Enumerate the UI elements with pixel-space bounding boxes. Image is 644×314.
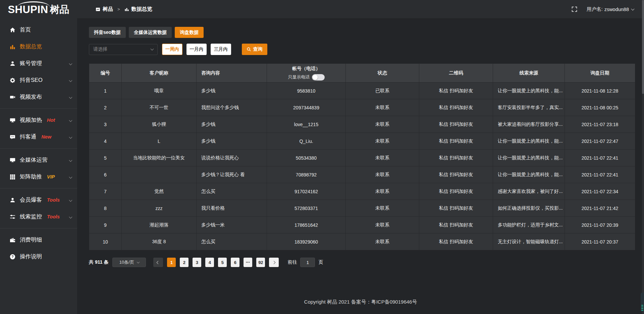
qrcode-link[interactable]: 私信 扫码加好友 <box>419 200 493 217</box>
customer-nickname: 36度 8 <box>122 233 197 250</box>
sidebar-item-video-publish[interactable]: 视频发布 <box>0 89 77 105</box>
period-button[interactable]: 一周内 <box>162 44 182 55</box>
sidebar-item-label: 会员爆客 <box>20 196 42 204</box>
sidebar-item-label: 全媒体运营 <box>20 156 48 164</box>
source-link[interactable]: 让你一眼就爱上的黑科技，能... <box>493 166 565 183</box>
column-header: 帐号（电话）只显示电话 <box>267 64 346 83</box>
sidebar-item-help[interactable]: ?操作说明 <box>0 248 77 265</box>
page-button-92[interactable]: 92 <box>256 258 265 267</box>
filter-select[interactable]: 请选择 <box>89 44 158 55</box>
customer-nickname: 狐小狸 <box>122 116 197 133</box>
topbar: 树品 > 数据总览 用户名: zswodun88 <box>77 0 644 19</box>
chevron-down-icon <box>631 7 635 10</box>
goto-label: 前往 <box>287 259 297 265</box>
source-link[interactable]: 如何正确选择投影仪，买投影... <box>493 200 565 217</box>
sidebar-item-video-heat[interactable]: 视频加热Hot <box>0 112 77 128</box>
search-icon <box>247 47 251 52</box>
qrcode-link[interactable]: 私信 扫码加好友 <box>419 217 493 233</box>
user-menu[interactable]: 用户名: zswodun88 <box>587 6 634 12</box>
sidebar-item-douyin-seo[interactable]: 抖音SEO <box>0 72 77 89</box>
fullscreen-icon[interactable] <box>572 6 577 12</box>
qrcode-link[interactable]: 私信 扫码加好友 <box>419 183 493 200</box>
page-size-select[interactable]: 10条/页 <box>112 258 146 267</box>
source-link[interactable]: 让你一眼就爱上的黑科技，能... <box>493 150 565 166</box>
row-index: 7 <box>89 183 122 200</box>
sidebar-item-douketong[interactable]: 抖客通New <box>0 128 77 145</box>
qrcode-link[interactable]: 私信 扫码加好友 <box>419 116 493 133</box>
sidebar-item-account-manage[interactable]: 账号管理 <box>0 55 77 72</box>
page-button-1[interactable]: 1 <box>167 258 176 267</box>
source-link[interactable]: 多功能护栏灯，适用于乡村文... <box>493 217 565 233</box>
chevron-down-icon <box>137 260 140 263</box>
inquiry-table: 编号客户昵称咨询内容帐号（电话）只显示电话状态二维码线索来源询盘日期 1哦章多少… <box>89 63 635 250</box>
period-button[interactable]: 一月内 <box>186 44 207 55</box>
source-link[interactable]: 感谢大家喜欢我家，被问了好... <box>493 183 565 200</box>
inquiry-date: 2021-11-07 20:39 <box>565 217 635 233</box>
breadcrumb-chart-icon <box>124 7 129 12</box>
period-button[interactable]: 三月内 <box>211 44 231 55</box>
account-number: 572803371 <box>267 200 346 217</box>
status-text: 未联系 <box>346 99 419 116</box>
sidebar-item-media-operation[interactable]: 全媒体运营 <box>0 152 77 168</box>
qrcode-link[interactable]: 私信 扫码加好友 <box>419 150 493 166</box>
table-row: 4L多少钱Q_Liu.未联系私信 扫码加好友让你一眼就爱上的黑科技，能...20… <box>89 133 635 150</box>
page-button-3[interactable]: 3 <box>193 258 201 267</box>
inquiry-content: 多少钱一米 <box>197 217 267 233</box>
svg-text:?: ? <box>11 255 13 259</box>
sidebar: SHUPIN 树品 首页数据总览账号管理抖音SEO视频发布视频加热Hot抖客通N… <box>0 0 77 314</box>
inquiry-content: 多少钱 <box>197 133 267 150</box>
sidebar-item-consume-detail[interactable]: 消费明细 <box>0 231 77 248</box>
period-buttons: 一周内一月内三月内 <box>162 44 235 55</box>
search-button[interactable]: 查询 <box>242 44 267 55</box>
tab-douyin-seo-data[interactable]: 抖音seo数据 <box>89 27 126 38</box>
qrcode-link[interactable]: 私信 扫码加好友 <box>419 99 493 116</box>
next-page-button[interactable] <box>269 258 279 267</box>
floating-widget[interactable] <box>641 293 644 312</box>
sidebar-item-matrix-boost[interactable]: 矩阵助推VIP <box>0 168 77 185</box>
sidebar-item-clue-monitor[interactable]: 线索监控Tools <box>0 208 77 225</box>
status-text: 未联系 <box>346 217 419 233</box>
table-row: 6多少钱？让我死心 看70898792未联系私信 扫码加好友让你一眼就爱上的黑科… <box>89 166 635 183</box>
inquiry-content: 怎么买 <box>197 233 267 250</box>
source-link[interactable]: 无主灯设计，智能磁吸轨道灯... <box>493 233 565 250</box>
page-ellipsis-button[interactable]: ••• <box>244 258 252 267</box>
tab-inquiry-data[interactable]: 询盘数据 <box>175 27 204 38</box>
row-index: 2 <box>89 99 122 116</box>
scrollbar-track[interactable] <box>642 0 644 314</box>
table-body: 1哦章多少钱9583810已联系私信 扫码加好友让你一眼就爱上的黑科技，能...… <box>89 83 635 250</box>
page-button-2[interactable]: 2 <box>180 258 189 267</box>
page-button-5[interactable]: 5 <box>218 258 227 267</box>
customer-nickname: L <box>122 133 197 150</box>
phone-only-toggle[interactable] <box>312 74 325 81</box>
qrcode-link[interactable]: 私信 扫码加好友 <box>419 83 493 99</box>
column-header: 咨询内容 <box>197 64 267 83</box>
sidebar-item-label: 消费明细 <box>20 236 42 244</box>
scrollbar-thumb[interactable] <box>642 0 644 94</box>
app-root: SHUPIN 树品 首页数据总览账号管理抖音SEO视频发布视频加热Hot抖客通N… <box>0 0 644 314</box>
sidebar-item-member-baoke[interactable]: 会员爆客Tools <box>0 192 77 208</box>
sidebar-item-home[interactable]: 首页 <box>0 21 77 38</box>
page-button-6[interactable]: 6 <box>231 258 239 267</box>
sidebar-item-label: 视频发布 <box>20 93 42 101</box>
copyright-text: Copyright 树品 2021 备案号：粤ICP备09019646号 <box>304 299 417 305</box>
qrcode-link[interactable]: 私信 扫码加好友 <box>419 166 493 183</box>
source-link[interactable]: 客厅安装投影半年多了，真实... <box>493 99 565 116</box>
prev-page-button[interactable] <box>153 258 163 267</box>
inquiry-date: 2021-11-08 00:25 <box>565 99 635 116</box>
qrcode-link[interactable]: 私信 扫码加好友 <box>419 133 493 150</box>
sidebar-item-badge: Tools <box>47 197 60 203</box>
breadcrumb-item-home[interactable]: 树品 <box>103 6 113 13</box>
column-header: 线索来源 <box>493 64 565 83</box>
sidebar-item-data-overview[interactable]: 数据总览 <box>0 38 77 55</box>
account-number: 183929060 <box>267 233 346 250</box>
source-link[interactable]: 让你一眼就爱上的黑科技，能... <box>493 83 565 99</box>
chevron-right-icon <box>272 261 276 264</box>
source-link[interactable]: 被大家追着问的客厅投影分享... <box>493 116 565 133</box>
page-button-4[interactable]: 4 <box>205 258 214 267</box>
breadcrumb-separator: > <box>117 7 120 12</box>
username-label: 用户名: <box>587 6 603 12</box>
source-link[interactable]: 让你一眼就爱上的黑科技，能... <box>493 133 565 150</box>
tab-media-operation-data[interactable]: 全媒体运营数据 <box>129 27 172 38</box>
goto-page-input[interactable] <box>300 258 315 267</box>
qrcode-link[interactable]: 私信 扫码加好友 <box>419 233 493 250</box>
